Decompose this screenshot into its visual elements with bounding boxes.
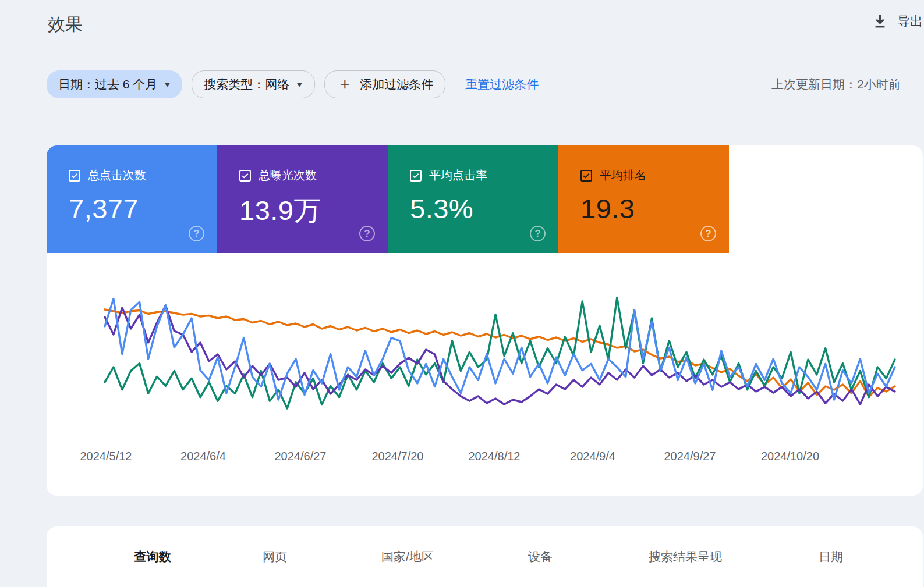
metric-card-position[interactable]: 平均排名 19.3 ? xyxy=(558,145,729,253)
performance-card: 总点击次数 7,377 ? 总曝光次数 13.9万 ? 平均点击率 5.3% xyxy=(47,145,923,496)
reset-filters-link[interactable]: 重置过滤条件 xyxy=(465,76,539,93)
metric-card-ctr[interactable]: 平均点击率 5.3% ? xyxy=(388,145,558,253)
help-icon[interactable]: ? xyxy=(530,226,546,241)
add-filter-label: 添加过滤条件 xyxy=(360,76,433,93)
download-icon xyxy=(872,14,888,30)
x-axis-tick-label: 2024/9/4 xyxy=(546,450,639,463)
help-icon[interactable]: ? xyxy=(189,226,204,241)
date-filter-label: 日期：过去 6 个月 xyxy=(58,76,157,93)
chart-x-axis: 2024/5/122024/6/42024/6/272024/7/202024/… xyxy=(47,450,923,467)
help-icon[interactable]: ? xyxy=(359,226,375,241)
checkbox-checked-icon[interactable] xyxy=(69,170,80,182)
search-type-filter-chip[interactable]: 搜索类型：网络 ▼ xyxy=(192,70,315,98)
export-label: 导出 xyxy=(897,13,923,30)
checkbox-checked-icon[interactable] xyxy=(239,170,251,182)
add-filter-chip[interactable]: ＋ 添加过滤条件 xyxy=(324,70,445,98)
filter-bar: 日期：过去 6 个月 ▼ 搜索类型：网络 ▼ ＋ 添加过滤条件 重置过滤条件 xyxy=(47,70,539,98)
x-axis-tick-label: 2024/5/12 xyxy=(59,450,153,463)
tab-queries[interactable]: 查询数 xyxy=(94,526,211,587)
performance-chart xyxy=(47,268,923,460)
last-updated-text: 上次更新日期：2小时前 xyxy=(771,76,901,93)
plus-icon: ＋ xyxy=(337,76,353,92)
metric-value: 19.3 xyxy=(580,193,729,225)
checkbox-checked-icon[interactable] xyxy=(410,170,422,182)
metric-label: 平均排名 xyxy=(600,168,646,183)
x-axis-tick-label: 2024/8/12 xyxy=(448,450,541,463)
metric-value: 13.9万 xyxy=(239,193,388,229)
x-axis-tick-label: 2024/6/27 xyxy=(254,450,347,463)
x-axis-tick-label: 2024/6/4 xyxy=(157,450,250,463)
metric-label: 总曝光次数 xyxy=(259,168,317,183)
performance-page: { "page": { "title": "效果", "export_label… xyxy=(0,0,924,587)
metric-card-impressions[interactable]: 总曝光次数 13.9万 ? xyxy=(217,145,388,253)
x-axis-tick-label: 2024/10/20 xyxy=(744,450,837,463)
metric-label: 平均点击率 xyxy=(429,168,487,183)
chart-line-clicks_per_day xyxy=(105,298,895,400)
metric-card-clicks[interactable]: 总点击次数 7,377 ? xyxy=(47,145,217,253)
checkbox-checked-icon[interactable] xyxy=(580,170,592,182)
dimension-tabs-card: 查询数 网页 国家/地区 设备 搜索结果呈现 日期 xyxy=(47,526,923,587)
export-button[interactable]: 导出 xyxy=(872,13,923,30)
x-axis-tick-label: 2024/9/27 xyxy=(643,450,737,463)
metric-label: 总点击次数 xyxy=(88,168,146,183)
chevron-down-icon: ▼ xyxy=(163,81,172,88)
tab-countries[interactable]: 国家/地区 xyxy=(349,526,466,587)
metric-cards-row: 总点击次数 7,377 ? 总曝光次数 13.9万 ? 平均点击率 5.3% xyxy=(47,145,729,253)
date-filter-chip[interactable]: 日期：过去 6 个月 ▼ xyxy=(47,70,182,98)
tab-search-appearance[interactable]: 搜索结果呈现 xyxy=(627,526,744,587)
page-title: 效果 xyxy=(48,13,83,37)
header-divider xyxy=(47,55,924,55)
metric-value: 5.3% xyxy=(410,193,558,225)
tab-pages[interactable]: 网页 xyxy=(217,526,333,587)
metric-value: 7,377 xyxy=(69,193,217,225)
search-type-filter-label: 搜索类型：网络 xyxy=(204,76,289,93)
tab-devices[interactable]: 设备 xyxy=(482,526,599,587)
tab-dates[interactable]: 日期 xyxy=(773,526,889,587)
chevron-down-icon: ▼ xyxy=(295,81,304,88)
x-axis-tick-label: 2024/7/20 xyxy=(351,450,444,463)
help-icon[interactable]: ? xyxy=(700,226,716,241)
